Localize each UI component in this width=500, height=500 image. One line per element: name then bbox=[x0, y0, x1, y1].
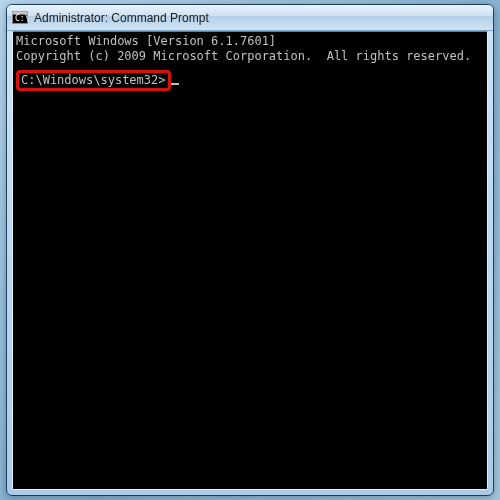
text-cursor-icon bbox=[171, 83, 179, 85]
window-client-area: Microsoft Windows [Version 6.1.7601]Copy… bbox=[12, 31, 488, 490]
terminal-line: Microsoft Windows [Version 6.1.7601] bbox=[16, 34, 484, 49]
terminal-area[interactable]: Microsoft Windows [Version 6.1.7601]Copy… bbox=[13, 32, 487, 489]
command-prompt: C:\Windows\system32> bbox=[21, 73, 166, 87]
cmd-icon: C:\ bbox=[12, 10, 28, 26]
window-title: Administrator: Command Prompt bbox=[34, 11, 487, 25]
titlebar[interactable]: C:\ Administrator: Command Prompt bbox=[7, 5, 493, 31]
terminal-line: Copyright (c) 2009 Microsoft Corporation… bbox=[16, 49, 484, 64]
svg-text:C:\: C:\ bbox=[15, 14, 28, 23]
command-prompt-window: C:\ Administrator: Command Prompt Micros… bbox=[6, 4, 494, 496]
prompt-highlight: C:\Windows\system32> bbox=[16, 70, 171, 91]
